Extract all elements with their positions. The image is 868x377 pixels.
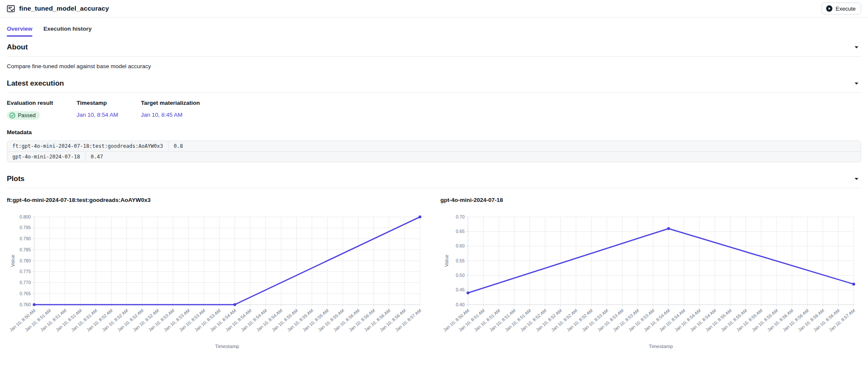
svg-text:0.790: 0.790	[20, 236, 31, 241]
svg-text:Jan 10, 8:55 AM: Jan 10, 8:55 AM	[735, 308, 763, 332]
chart-title: ft:gpt-4o-mini-2024-07-18:test:goodreads…	[7, 197, 428, 203]
svg-text:0.780: 0.780	[20, 258, 31, 263]
page-title: fine_tuned_model_accuracy	[19, 5, 109, 12]
about-collapse-button[interactable]	[852, 45, 861, 49]
svg-text:0.50: 0.50	[455, 273, 464, 278]
svg-text:Jan 10, 8:53 AM: Jan 10, 8:53 AM	[627, 308, 655, 332]
about-heading: About	[7, 43, 28, 52]
svg-text:Jan 10, 8:57 AM: Jan 10, 8:57 AM	[394, 308, 422, 332]
tab-execution-history[interactable]: Execution history	[43, 22, 92, 37]
svg-text:Jan 10, 8:55 AM: Jan 10, 8:55 AM	[301, 308, 329, 332]
svg-text:Jan 10, 8:51 AM: Jan 10, 8:51 AM	[39, 308, 67, 332]
plots-section: Plots ft:gpt-4o-mini-2024-07-18:test:goo…	[0, 168, 868, 351]
latest-execution-collapse-button[interactable]	[852, 81, 861, 86]
execute-button[interactable]: Execute	[821, 3, 861, 14]
svg-text:Jan 10, 8:52 AM: Jan 10, 8:52 AM	[550, 308, 578, 332]
svg-text:Jan 10, 8:50 AM: Jan 10, 8:50 AM	[9, 308, 37, 332]
svg-text:Jan 10, 8:53 AM: Jan 10, 8:53 AM	[612, 308, 640, 332]
svg-text:Jan 10, 8:54 AM: Jan 10, 8:54 AM	[658, 308, 686, 332]
svg-text:Jan 10, 8:54 AM: Jan 10, 8:54 AM	[673, 308, 702, 332]
svg-text:Jan 10, 8:54 AM: Jan 10, 8:54 AM	[240, 308, 268, 332]
svg-text:Jan 10, 8:55 AM: Jan 10, 8:55 AM	[751, 308, 779, 332]
svg-text:0.785: 0.785	[20, 247, 31, 252]
tab-bar: Overview Execution history	[0, 22, 868, 37]
svg-text:0.765: 0.765	[20, 291, 31, 296]
play-circle-icon	[826, 5, 833, 12]
svg-text:Jan 10, 8:56 AM: Jan 10, 8:56 AM	[797, 308, 825, 332]
about-description: Compare fine-tuned model against base mo…	[0, 57, 868, 73]
status-badge-label: Passed	[18, 112, 36, 118]
metadata-key: ft:gpt-4o-mini-2024-07-18:test:goodreads…	[7, 141, 169, 151]
svg-text:Value: Value	[10, 255, 15, 267]
chart-base-model: gpt-4o-mini-2024-07-18 0.400.450.500.550…	[441, 191, 862, 351]
svg-text:Jan 10, 8:51 AM: Jan 10, 8:51 AM	[457, 308, 485, 332]
svg-text:Jan 10, 8:53 AM: Jan 10, 8:53 AM	[147, 308, 175, 332]
svg-text:Jan 10, 8:55 AM: Jan 10, 8:55 AM	[271, 308, 299, 332]
svg-text:Jan 10, 8:52 AM: Jan 10, 8:52 AM	[535, 308, 563, 332]
svg-text:Jan 10, 8:53 AM: Jan 10, 8:53 AM	[163, 308, 191, 332]
svg-text:Jan 10, 8:53 AM: Jan 10, 8:53 AM	[581, 308, 609, 332]
chart-fine-tuned-model: ft:gpt-4o-mini-2024-07-18:test:goodreads…	[7, 191, 428, 351]
svg-text:Jan 10, 8:51 AM: Jan 10, 8:51 AM	[488, 308, 516, 332]
svg-text:0.40: 0.40	[455, 302, 464, 307]
svg-text:Jan 10, 8:51 AM: Jan 10, 8:51 AM	[24, 308, 52, 332]
svg-text:0.775: 0.775	[20, 269, 31, 274]
timestamp-link[interactable]: Jan 10, 8:54 AM	[77, 112, 118, 118]
chevron-down-icon	[854, 80, 859, 86]
svg-text:Jan 10, 8:55 AM: Jan 10, 8:55 AM	[317, 308, 345, 332]
check-circle-icon	[9, 112, 15, 118]
svg-text:Jan 10, 8:54 AM: Jan 10, 8:54 AM	[255, 308, 283, 332]
evaluation-result-field: Evaluation result Passed	[7, 100, 77, 120]
line-chart[interactable]: 0.7600.7650.7700.7750.7800.7850.7900.795…	[7, 204, 428, 351]
asset-check-icon	[7, 5, 15, 12]
table-row: gpt-4o-mini-2024-07-18 0.47	[7, 151, 861, 162]
latest-execution-section: Latest execution Evaluation result Passe…	[0, 73, 868, 162]
svg-text:Value: Value	[444, 255, 449, 267]
svg-text:Jan 10, 8:56 AM: Jan 10, 8:56 AM	[348, 308, 376, 332]
svg-text:Jan 10, 8:50 AM: Jan 10, 8:50 AM	[442, 308, 470, 332]
timestamp-label: Timestamp	[77, 100, 141, 106]
svg-text:Jan 10, 8:56 AM: Jan 10, 8:56 AM	[781, 308, 809, 332]
metadata-key: gpt-4o-mini-2024-07-18	[7, 152, 86, 162]
about-section: About Compare fine-tuned model against b…	[0, 37, 868, 73]
svg-text:0.760: 0.760	[20, 302, 31, 307]
metadata-value: 0.47	[86, 152, 861, 162]
svg-text:Jan 10, 8:56 AM: Jan 10, 8:56 AM	[766, 308, 794, 332]
svg-text:Jan 10, 8:52 AM: Jan 10, 8:52 AM	[519, 308, 547, 332]
svg-text:Timestamp: Timestamp	[215, 344, 239, 349]
svg-text:Jan 10, 8:55 AM: Jan 10, 8:55 AM	[704, 308, 732, 332]
svg-text:0.795: 0.795	[20, 225, 31, 230]
svg-text:0.800: 0.800	[20, 214, 31, 219]
svg-text:Jan 10, 8:52 AM: Jan 10, 8:52 AM	[101, 308, 129, 332]
svg-text:Jan 10, 8:56 AM: Jan 10, 8:56 AM	[363, 308, 391, 332]
target-materialization-link[interactable]: Jan 10, 8:45 AM	[141, 112, 183, 118]
svg-text:Jan 10, 8:54 AM: Jan 10, 8:54 AM	[209, 308, 237, 332]
svg-text:Jan 10, 8:51 AM: Jan 10, 8:51 AM	[70, 308, 98, 332]
chart-title: gpt-4o-mini-2024-07-18	[441, 197, 862, 203]
svg-text:Jan 10, 8:51 AM: Jan 10, 8:51 AM	[54, 308, 83, 332]
evaluation-result-label: Evaluation result	[7, 100, 77, 106]
svg-text:Timestamp: Timestamp	[649, 344, 673, 349]
latest-execution-heading: Latest execution	[7, 79, 64, 88]
tab-overview[interactable]: Overview	[7, 22, 32, 37]
svg-text:Jan 10, 8:51 AM: Jan 10, 8:51 AM	[473, 308, 501, 332]
svg-text:0.45: 0.45	[455, 287, 464, 292]
plots-collapse-button[interactable]	[852, 177, 861, 181]
execute-button-label: Execute	[836, 6, 856, 12]
svg-text:Jan 10, 8:57 AM: Jan 10, 8:57 AM	[828, 308, 856, 332]
svg-text:Jan 10, 8:56 AM: Jan 10, 8:56 AM	[332, 308, 361, 332]
svg-text:Jan 10, 8:55 AM: Jan 10, 8:55 AM	[719, 308, 748, 332]
table-row: ft:gpt-4o-mini-2024-07-18:test:goodreads…	[7, 141, 861, 151]
target-materialization-label: Target materialization	[141, 100, 200, 106]
svg-text:Jan 10, 8:54 AM: Jan 10, 8:54 AM	[224, 308, 252, 332]
status-badge-passed: Passed	[7, 111, 40, 120]
svg-text:0.65: 0.65	[455, 229, 464, 234]
svg-text:0.60: 0.60	[455, 243, 464, 248]
svg-text:Jan 10, 8:52 AM: Jan 10, 8:52 AM	[132, 308, 160, 332]
svg-text:Jan 10, 8:54 AM: Jan 10, 8:54 AM	[642, 308, 670, 332]
svg-text:Jan 10, 8:55 AM: Jan 10, 8:55 AM	[286, 308, 314, 332]
svg-text:0.55: 0.55	[455, 258, 464, 263]
metadata-heading: Metadata	[7, 129, 861, 135]
line-chart[interactable]: 0.400.450.500.550.600.650.70Jan 10, 8:50…	[441, 204, 862, 351]
svg-text:Jan 10, 8:53 AM: Jan 10, 8:53 AM	[194, 308, 222, 332]
